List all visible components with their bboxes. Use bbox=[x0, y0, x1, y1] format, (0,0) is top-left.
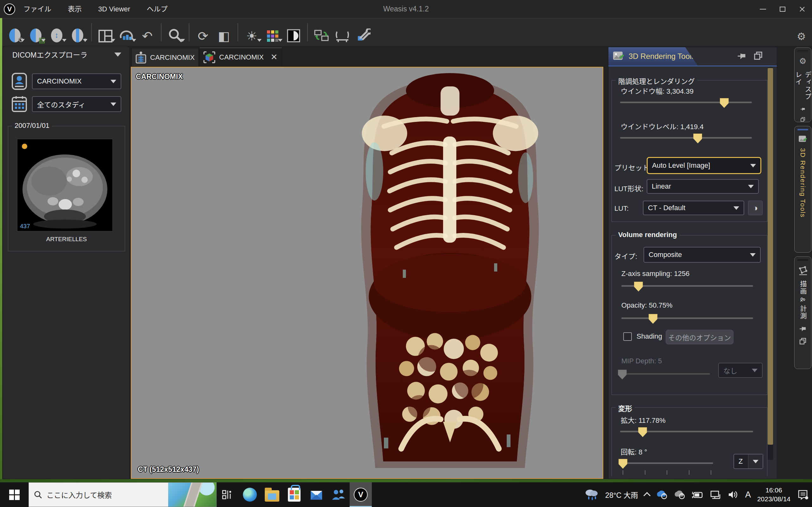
acquisition-button[interactable] bbox=[333, 20, 352, 44]
zoom-button[interactable] bbox=[166, 20, 184, 44]
slider-thumb[interactable] bbox=[693, 133, 702, 144]
slider-thumb[interactable] bbox=[638, 427, 647, 437]
detach-window-icon[interactable] bbox=[753, 51, 763, 60]
shading-label: Shading bbox=[637, 332, 662, 341]
network-icon[interactable] bbox=[710, 490, 721, 499]
lut-palette-button[interactable] bbox=[263, 20, 282, 44]
reset-rotation-button[interactable]: ⟳ bbox=[194, 20, 212, 44]
mouse-right-pan-button[interactable]: + bbox=[68, 20, 87, 44]
rotation-axis-select[interactable]: Z bbox=[733, 454, 763, 469]
rotation-ticks bbox=[623, 470, 711, 475]
explorer-title: DICOMエクスプローラ bbox=[12, 49, 87, 60]
study-filter-select[interactable]: 全てのスタディ bbox=[32, 96, 121, 112]
layout-button[interactable] bbox=[96, 20, 115, 44]
more-options-button[interactable]: その他のオプション bbox=[666, 330, 733, 344]
mouse-left-windowing-button[interactable]: ⟳ bbox=[6, 20, 24, 44]
dropdown-caret bbox=[41, 39, 46, 42]
window-level-slider[interactable] bbox=[620, 132, 752, 144]
zoom-slider[interactable] bbox=[620, 426, 753, 437]
patient-table-icon bbox=[335, 30, 350, 42]
window-width-label: ウインドウ幅: 3,304.39 bbox=[621, 86, 694, 96]
lut-shape-label: LUT形状: bbox=[614, 183, 644, 193]
detach-window-icon[interactable] bbox=[799, 117, 807, 122]
dropdown-caret bbox=[181, 39, 185, 42]
people-icon bbox=[332, 488, 346, 501]
mail-button[interactable] bbox=[305, 482, 327, 507]
study-filter-value: 全てのスタディ bbox=[37, 99, 85, 109]
opacity-slider[interactable] bbox=[621, 313, 753, 324]
3d-viewport[interactable]: CARCINOMIX CT (512x512x437) bbox=[131, 67, 603, 479]
speaker-icon[interactable] bbox=[727, 490, 739, 499]
lut-label: LUT: bbox=[614, 205, 629, 213]
action-center-icon[interactable] bbox=[797, 489, 809, 500]
lut-shape-select[interactable]: Linear bbox=[647, 179, 759, 194]
series-thumbnail[interactable]: 437 bbox=[17, 139, 113, 231]
weasis-taskbar-button[interactable]: V bbox=[350, 482, 372, 507]
minimize-button[interactable] bbox=[753, 0, 773, 18]
detach-window-icon[interactable] bbox=[799, 337, 807, 345]
panel-scrollbar[interactable] bbox=[768, 68, 773, 445]
transform-group-title: 変形 bbox=[616, 403, 635, 413]
pin-panel-icon[interactable] bbox=[799, 325, 807, 332]
taskbar-search[interactable]: ここに入力して検索 bbox=[29, 482, 217, 507]
tab-carcinomix-3d-active[interactable]: CARCINOMIX ✕ bbox=[199, 47, 282, 67]
onedrive-personal-sync-icon[interactable] bbox=[674, 490, 685, 499]
slider-thumb[interactable] bbox=[634, 282, 643, 291]
mouse-middle-scroll-button[interactable]: ↕ bbox=[48, 20, 66, 44]
patient-select[interactable]: CARCINOMIX bbox=[32, 73, 121, 89]
rendering-panel-tab[interactable]: 3D Rendering Tools bbox=[608, 47, 698, 65]
close-button[interactable] bbox=[792, 0, 812, 18]
flip-button[interactable]: ◧ bbox=[215, 20, 233, 44]
start-button[interactable] bbox=[0, 482, 29, 507]
z-sampling-slider[interactable] bbox=[621, 280, 753, 292]
slider-thumb[interactable] bbox=[720, 98, 729, 108]
people-button[interactable] bbox=[327, 482, 350, 507]
slider-thumb[interactable] bbox=[618, 459, 627, 469]
mouse-left-context-button[interactable]: ▤ bbox=[27, 20, 45, 44]
news-widget-image[interactable] bbox=[168, 483, 216, 507]
mouse-left-windowing-icon: ⟳ bbox=[9, 29, 20, 42]
task-view-button[interactable] bbox=[217, 482, 239, 507]
display-gear-eye-icon: ⚙ bbox=[799, 56, 806, 66]
shading-checkbox[interactable] bbox=[623, 332, 632, 341]
pin-panel-icon[interactable] bbox=[799, 106, 807, 111]
calendar-icon bbox=[12, 96, 27, 113]
synchronize-button[interactable] bbox=[312, 20, 331, 44]
ime-indicator[interactable]: A bbox=[745, 490, 751, 500]
toolbar-separator bbox=[307, 23, 308, 42]
invert-lut-button[interactable] bbox=[285, 20, 303, 44]
pin-panel-icon[interactable] bbox=[737, 51, 747, 60]
rotation-slider[interactable] bbox=[620, 458, 713, 469]
render-type-select[interactable]: Composite bbox=[644, 247, 761, 263]
preset-select[interactable]: Auto Level [Image] bbox=[647, 157, 761, 174]
weather-text[interactable]: 28°C 大雨 bbox=[605, 489, 638, 500]
invert-lut-toggle[interactable]: ◑ bbox=[748, 201, 763, 215]
undo-button[interactable]: ↶ bbox=[138, 20, 156, 44]
panel-settings-gear-icon[interactable]: ⚙ bbox=[797, 31, 806, 42]
window-level-button[interactable]: ☀ bbox=[243, 20, 261, 44]
volume-view-button[interactable] bbox=[117, 20, 136, 44]
side-tab-display[interactable]: ⚙ ディスプレイ bbox=[794, 48, 811, 122]
side-tab-draw-measure[interactable]: 描画 & 計測 bbox=[794, 256, 811, 369]
maximize-button[interactable] bbox=[773, 0, 792, 18]
onedrive-sync-icon[interactable] bbox=[656, 490, 667, 499]
power-plug-icon[interactable] bbox=[691, 490, 703, 499]
close-icon bbox=[799, 6, 805, 12]
taskbar-clock[interactable]: 16:06 2023/08/14 bbox=[757, 486, 791, 504]
lut-value: CT - Default bbox=[648, 204, 685, 212]
show-hidden-icons-chevron[interactable] bbox=[644, 492, 651, 499]
side-tab-label: 描画 & 計測 bbox=[798, 280, 808, 320]
edge-browser-button[interactable] bbox=[239, 482, 261, 507]
slider-thumb[interactable] bbox=[649, 314, 657, 324]
clock-date: 2023/08/14 bbox=[757, 495, 791, 504]
window-width-slider[interactable] bbox=[620, 97, 752, 108]
main-toolbar: ⟳ ▤ ↕ + bbox=[0, 18, 812, 46]
ms-store-button[interactable] bbox=[283, 482, 305, 507]
preferences-button[interactable] bbox=[354, 20, 372, 44]
side-tab-3d-rendering-tools[interactable]: 3D Rendering Tools bbox=[794, 126, 811, 252]
file-explorer-button[interactable] bbox=[261, 482, 283, 507]
explorer-collapse-caret[interactable] bbox=[114, 53, 121, 57]
lut-select[interactable]: CT - Default bbox=[643, 201, 744, 215]
tab-close-icon[interactable]: ✕ bbox=[271, 52, 278, 62]
tab-carcinomix-2d[interactable]: CARCINOMIX bbox=[132, 48, 199, 67]
